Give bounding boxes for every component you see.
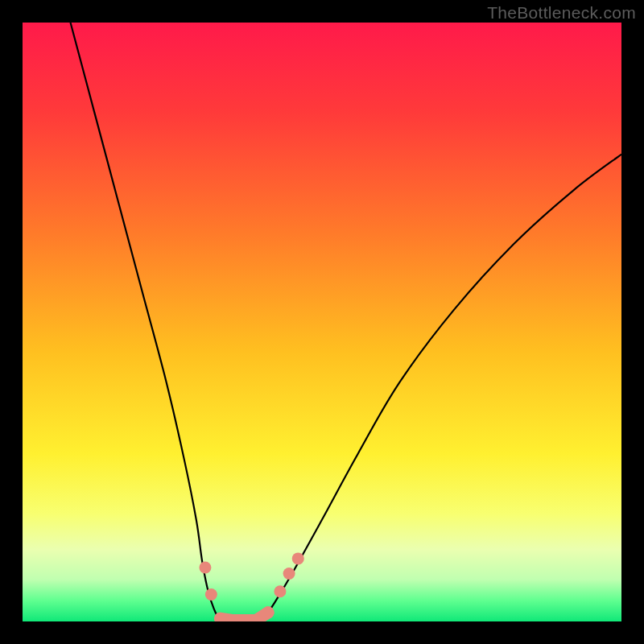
- plot-area: [23, 23, 621, 621]
- gradient-background: [23, 23, 621, 621]
- chart-svg: [23, 23, 621, 621]
- watermark-text: TheBottleneck.com: [487, 3, 636, 23]
- marker-point: [283, 568, 295, 580]
- marker-point: [292, 552, 304, 564]
- marker-point: [199, 562, 211, 574]
- marker-point: [274, 585, 286, 597]
- marker-point: [205, 588, 217, 601]
- chart-frame: TheBottleneck.com: [0, 0, 644, 644]
- marker-connector: [256, 613, 268, 621]
